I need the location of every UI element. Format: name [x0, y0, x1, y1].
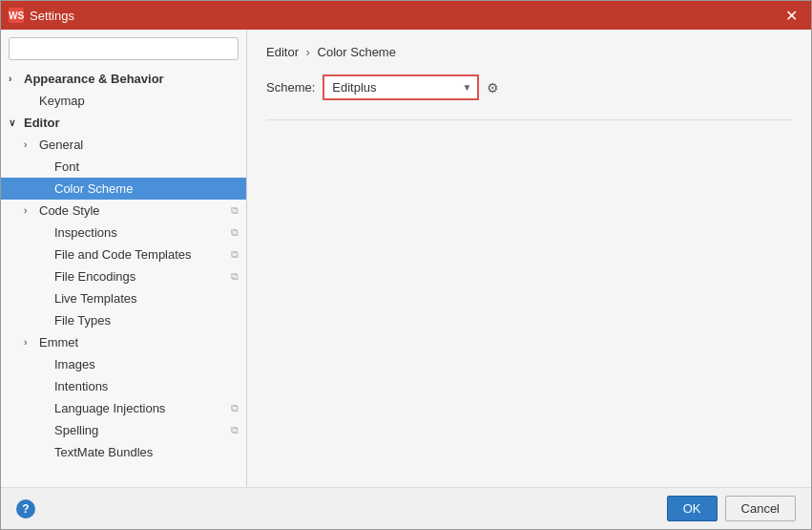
sidebar-item-label: File Encodings: [54, 269, 135, 284]
close-button[interactable]: ✕: [780, 5, 803, 27]
breadcrumb-current: Color Scheme: [318, 45, 396, 59]
sidebar-item-label: Appearance & Behavior: [24, 72, 164, 86]
arrow-spacer: [24, 95, 35, 106]
copy-icon: ⧉: [231, 204, 239, 217]
sidebar-item-language-injections[interactable]: Language Injections ⧉: [1, 397, 246, 419]
sidebar-item-keymap[interactable]: Keymap: [1, 90, 246, 112]
arrow-icon: ›: [9, 74, 20, 84]
gear-icon[interactable]: ⚙: [487, 80, 499, 95]
copy-icon: ⧉: [231, 248, 239, 261]
sidebar-item-label: File Types: [54, 313, 111, 328]
sidebar-item-code-style[interactable]: › Code Style ⧉: [1, 200, 246, 222]
sidebar-item-label: Spelling: [54, 423, 98, 437]
sidebar-item-label: Live Templates: [54, 291, 136, 306]
sidebar-item-color-scheme[interactable]: Color Scheme: [1, 178, 246, 200]
arrow-spacer: [39, 161, 51, 172]
sidebar-item-label: Language Injections: [54, 401, 165, 415]
sidebar-item-intentions[interactable]: Intentions: [1, 375, 246, 397]
scheme-label: Scheme:: [266, 80, 315, 95]
sidebar-item-spelling[interactable]: Spelling ⧉: [1, 419, 246, 441]
sidebar-item-label: Color Scheme: [54, 181, 133, 196]
sidebar-item-font[interactable]: Font: [1, 156, 246, 178]
arrow-spacer: [39, 315, 51, 326]
breadcrumb: Editor › Color Scheme: [266, 45, 792, 59]
breadcrumb-separator: ›: [306, 45, 310, 59]
sidebar-item-general[interactable]: › General: [1, 134, 246, 156]
sidebar-item-inspections[interactable]: Inspections ⧉: [1, 222, 246, 244]
scheme-select[interactable]: Editplus Default Darcula Monokai: [324, 76, 477, 98]
arrow-spacer: [39, 381, 51, 392]
arrow-spacer: [39, 447, 51, 457]
sidebar-item-label: Inspections: [54, 225, 117, 240]
arrow-spacer: [39, 271, 51, 282]
breadcrumb-parent: Editor: [266, 45, 299, 59]
sidebar-item-label: General: [39, 138, 83, 152]
sidebar-item-file-code-templates[interactable]: File and Code Templates ⧉: [1, 244, 246, 265]
scheme-row: Scheme: Editplus Default Darcula Monokai…: [266, 74, 792, 100]
sidebar-item-file-encodings[interactable]: File Encodings ⧉: [1, 265, 246, 287]
search-input[interactable]: [9, 37, 239, 60]
scheme-select-wrapper: Editplus Default Darcula Monokai ▼: [323, 74, 479, 100]
arrow-spacer: [39, 293, 51, 304]
arrow-spacer: [39, 403, 51, 413]
help-button[interactable]: ?: [16, 499, 35, 519]
sidebar-item-label: Code Style: [39, 203, 100, 218]
sidebar-item-label: TextMate Bundles: [54, 445, 153, 459]
sidebar-item-live-templates[interactable]: Live Templates: [1, 287, 246, 309]
sidebar-item-editor[interactable]: ∨ Editor: [1, 112, 246, 134]
copy-icon: ⧉: [231, 424, 239, 436]
settings-window: WS Settings ✕ › Appearance & Behavior Ke…: [0, 0, 812, 530]
right-panel: Editor › Color Scheme Scheme: Editplus D…: [247, 30, 811, 487]
sidebar-item-appearance[interactable]: › Appearance & Behavior: [1, 68, 246, 90]
sidebar-item-textmate-bundles[interactable]: TextMate Bundles: [1, 441, 246, 463]
arrow-spacer: [39, 227, 51, 238]
arrow-icon: ›: [24, 205, 35, 216]
sidebar-item-images[interactable]: Images: [1, 353, 246, 375]
main-content: › Appearance & Behavior Keymap ∨ Editor …: [1, 30, 811, 487]
sidebar-item-label: Keymap: [39, 94, 85, 108]
arrow-icon: ›: [24, 139, 35, 150]
sidebar-item-label: Emmet: [39, 335, 78, 350]
sidebar-item-label: Editor: [24, 116, 60, 130]
arrow-spacer: [39, 425, 51, 435]
sidebar-item-label: Intentions: [54, 379, 108, 393]
title-bar: WS Settings ✕: [1, 1, 811, 30]
copy-icon: ⧉: [231, 402, 239, 414]
arrow-icon: ›: [24, 337, 35, 348]
sidebar-item-label: Images: [54, 357, 95, 371]
cancel-button[interactable]: Cancel: [725, 496, 796, 521]
copy-icon: ⧉: [231, 226, 239, 239]
arrow-icon: ∨: [9, 117, 20, 128]
copy-icon: ⧉: [231, 270, 239, 283]
divider: [266, 119, 792, 120]
bottom-bar: ? OK Cancel: [1, 487, 811, 529]
arrow-spacer: [39, 249, 51, 260]
app-icon: WS: [9, 8, 24, 23]
window-title: Settings: [30, 9, 780, 23]
sidebar-item-label: Font: [54, 159, 79, 174]
sidebar-item-file-types[interactable]: File Types: [1, 309, 246, 331]
arrow-spacer: [39, 183, 51, 194]
sidebar: › Appearance & Behavior Keymap ∨ Editor …: [1, 30, 247, 487]
arrow-spacer: [39, 359, 51, 370]
ok-button[interactable]: OK: [667, 496, 718, 521]
sidebar-item-label: File and Code Templates: [54, 247, 192, 262]
sidebar-item-emmet[interactable]: › Emmet: [1, 331, 246, 353]
